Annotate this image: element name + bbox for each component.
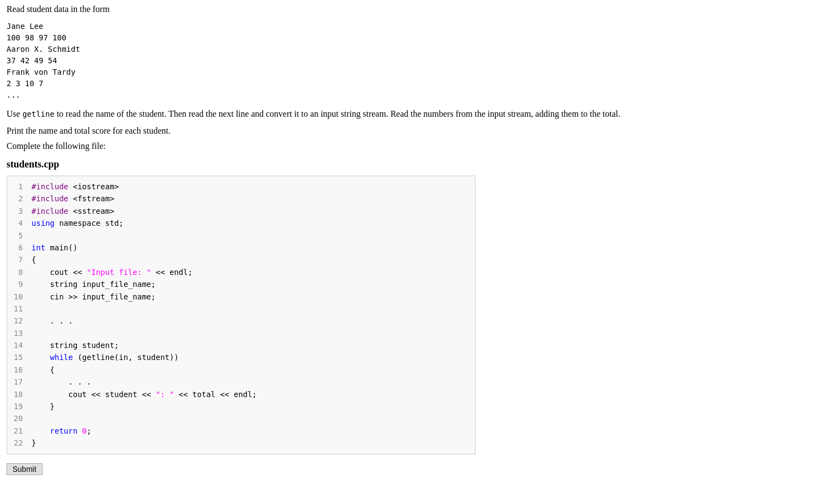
line-code: #include <sstream>: [32, 205, 279, 217]
line-num: 8: [7, 266, 32, 278]
line-code: . . .: [32, 376, 279, 388]
line-num: 5: [7, 230, 32, 242]
data-line-7: ...: [7, 89, 811, 101]
table-row: 16 {: [7, 364, 279, 376]
line-code: [32, 230, 279, 242]
line-num: 3: [7, 205, 32, 217]
table-row: 20: [7, 412, 279, 424]
data-line-3: Aaron X. Schmidt: [7, 44, 811, 55]
complete-note: Complete the following file:: [7, 141, 811, 151]
line-code: [32, 412, 279, 424]
line-num: 11: [7, 303, 32, 315]
line-code: cin >> input_file_name;: [32, 291, 279, 303]
line-code: cout << "Input file: " << endl;: [32, 266, 279, 278]
table-row: 4 using namespace std;: [7, 217, 279, 229]
line-num: 16: [7, 364, 32, 376]
line-code: string student;: [32, 339, 279, 351]
line-code: cout << student << ": " << total << endl…: [32, 388, 279, 400]
code-table: 1 #include <iostream> 2 #include <fstrea…: [7, 181, 279, 449]
getline-code: getline: [22, 110, 55, 118]
line-code: int main(): [32, 242, 279, 254]
table-row: 15 while (getline(in, student)): [7, 351, 279, 363]
print-note: Print the name and total score for each …: [7, 126, 811, 136]
line-code: }: [32, 400, 279, 412]
code-container: 1 #include <iostream> 2 #include <fstrea…: [7, 176, 476, 454]
table-row: 10 cin >> input_file_name;: [7, 291, 279, 303]
line-code: using namespace std;: [32, 217, 279, 229]
line-num: 14: [7, 339, 32, 351]
line-code: return 0;: [32, 425, 279, 437]
table-row: 6 int main(): [7, 242, 279, 254]
line-num: 21: [7, 425, 32, 437]
line-num: 7: [7, 254, 32, 266]
table-row: 3 #include <sstream>: [7, 205, 279, 217]
line-num: 18: [7, 388, 32, 400]
page-title: Read student data in the form: [7, 4, 811, 14]
table-row: 19 }: [7, 400, 279, 412]
line-num: 1: [7, 181, 32, 193]
line-code: #include <iostream>: [32, 181, 279, 193]
line-num: 10: [7, 291, 32, 303]
line-code: string input_file_name;: [32, 278, 279, 290]
line-num: 9: [7, 278, 32, 290]
table-row: 9 string input_file_name;: [7, 278, 279, 290]
line-num: 13: [7, 327, 32, 339]
table-row: 22 }: [7, 437, 279, 449]
table-row: 13: [7, 327, 279, 339]
line-code: while (getline(in, student)): [32, 351, 279, 363]
line-num: 2: [7, 193, 32, 205]
data-line-2: 100 98 97 100: [7, 32, 811, 44]
line-num: 6: [7, 242, 32, 254]
table-row: 12 . . .: [7, 315, 279, 327]
line-code: [32, 327, 279, 339]
line-num: 22: [7, 437, 32, 449]
table-row: 7 {: [7, 254, 279, 266]
table-row: 5: [7, 230, 279, 242]
data-line-6: 2 3 10 7: [7, 78, 811, 89]
line-code: }: [32, 437, 279, 449]
line-num: 19: [7, 400, 32, 412]
data-line-1: Jane Lee: [7, 21, 811, 32]
line-code: . . .: [32, 315, 279, 327]
line-num: 4: [7, 217, 32, 229]
table-row: 18 cout << student << ": " << total << e…: [7, 388, 279, 400]
table-row: 1 #include <iostream>: [7, 181, 279, 193]
table-row: 21 return 0;: [7, 425, 279, 437]
table-row: 8 cout << "Input file: " << endl;: [7, 266, 279, 278]
data-block: Jane Lee 100 98 97 100 Aaron X. Schmidt …: [7, 21, 811, 101]
table-row: 11: [7, 303, 279, 315]
file-title: students.cpp: [7, 159, 811, 170]
line-code: {: [32, 254, 279, 266]
submit-button[interactable]: Submit: [7, 463, 43, 475]
data-line-5: Frank von Tardy: [7, 67, 811, 78]
table-row: 2 #include <fstream>: [7, 193, 279, 205]
line-code: {: [32, 364, 279, 376]
data-line-4: 37 42 49 54: [7, 55, 811, 67]
line-num: 15: [7, 351, 32, 363]
line-num: 20: [7, 412, 32, 424]
line-num: 17: [7, 376, 32, 388]
line-code: [32, 303, 279, 315]
line-num: 12: [7, 315, 32, 327]
line-code: #include <fstream>: [32, 193, 279, 205]
table-row: 17 . . .: [7, 376, 279, 388]
table-row: 14 string student;: [7, 339, 279, 351]
description: Use getline to read the name of the stud…: [7, 107, 811, 121]
